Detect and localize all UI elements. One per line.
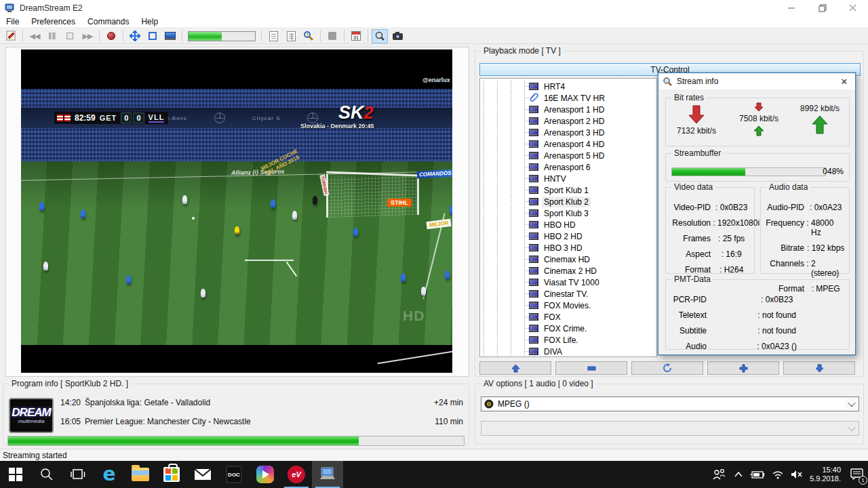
channel-row[interactable]: Arenasport 6 — [480, 161, 656, 173]
record-button[interactable] — [103, 29, 119, 43]
channel-name[interactable]: FOX Movies. — [542, 300, 593, 311]
details-list-button[interactable] — [283, 29, 299, 43]
channel-move-down-button[interactable] — [783, 361, 855, 375]
screenshot-button[interactable] — [389, 29, 406, 43]
channel-row[interactable]: Arenasport 2 HD — [480, 115, 656, 127]
channel-row[interactable]: Cinemax 2 HD — [480, 265, 656, 277]
wifi-icon[interactable] — [772, 470, 784, 479]
rewind-button[interactable]: ◀◀ — [26, 29, 43, 43]
battery-icon[interactable] — [750, 470, 765, 479]
start-button[interactable] — [0, 461, 31, 488]
channel-move-up-button[interactable] — [479, 361, 551, 375]
channel-row[interactable]: FOX Life. — [480, 334, 656, 346]
stream-info-window[interactable]: Stream info ✕ Bit rates 7132 kbit/s 7508… — [658, 73, 856, 355]
channel-name[interactable]: HBO HD — [542, 220, 578, 230]
channel-row[interactable]: FOX Crime. — [480, 323, 656, 334]
channel-row[interactable]: HBO 2 HD — [480, 230, 656, 242]
channel-row[interactable]: Cinestar TV. — [480, 288, 656, 300]
channel-name[interactable]: Arenasport 3 HD — [542, 127, 606, 138]
channel-row[interactable]: Arenasport 3 HD — [480, 127, 656, 138]
resize-frame-button[interactable] — [144, 29, 161, 43]
move-resize-button[interactable] — [127, 29, 143, 43]
channel-name[interactable]: Arenasport 5 HD — [542, 150, 606, 161]
file-explorer-icon[interactable] — [125, 461, 156, 488]
volume-muted-icon[interactable] — [791, 470, 803, 479]
channel-row[interactable]: Sport Klub 2 — [480, 196, 656, 207]
channel-name[interactable]: Sport Klub 2 — [542, 197, 591, 207]
stop-stream-button[interactable] — [324, 29, 340, 43]
playlist-button[interactable] — [265, 29, 281, 43]
minimize-button[interactable] — [776, 0, 807, 16]
chevron-up-icon[interactable] — [734, 471, 743, 478]
channel-name[interactable]: Cinemax HD — [542, 254, 592, 265]
channel-row[interactable]: Arenasport 5 HD — [480, 150, 656, 161]
channel-row[interactable]: Arenasport 4 HD — [480, 138, 656, 150]
expressvpn-icon[interactable]: eV — [281, 461, 312, 488]
channel-row[interactable]: HNTV — [480, 173, 656, 184]
stream-info-titlebar[interactable]: Stream info ✕ — [658, 73, 855, 89]
menu-item-help[interactable]: Help — [135, 16, 164, 28]
window-titlebar[interactable]: DreamStream E2 — [0, 0, 868, 16]
taskbar-search-icon[interactable] — [31, 461, 62, 488]
menu-item-preferences[interactable]: Preferences — [25, 16, 81, 28]
channel-remove-button[interactable] — [555, 361, 627, 375]
channel-row[interactable]: Cinemax HD — [480, 253, 656, 265]
channel-name[interactable]: HBO 3 HD — [542, 243, 585, 253]
channel-name[interactable]: HNTV — [542, 174, 568, 184]
dreamstream-taskbar-icon[interactable] — [312, 461, 343, 488]
channel-row[interactable]: DIVA — [480, 346, 656, 357]
dropdown-arrow[interactable] — [846, 398, 858, 410]
restore-button[interactable] — [807, 0, 837, 16]
channel-name[interactable]: 16E MAX TV HR — [542, 93, 607, 104]
mail-icon[interactable] — [187, 461, 218, 488]
channel-name[interactable]: Sport Klub 3 — [542, 208, 591, 219]
channel-name[interactable]: FOX — [542, 312, 563, 323]
channel-row[interactable]: Sport Klub 1 — [480, 184, 656, 196]
channel-tree[interactable]: HRT416E MAX TV HRArenasport 1 HDArenaspo… — [479, 78, 657, 357]
task-view-icon[interactable] — [62, 461, 94, 488]
channel-name[interactable]: Cinemax 2 HD — [542, 266, 599, 277]
channel-name[interactable]: Arenasport 4 HD — [542, 139, 606, 150]
channel-name[interactable]: DIVA — [542, 346, 564, 357]
media-app-icon[interactable] — [250, 461, 281, 488]
people-icon[interactable] — [712, 468, 727, 481]
channel-row[interactable]: Viasat TV 1000 — [480, 277, 656, 288]
channel-name[interactable]: FOX Life. — [542, 335, 580, 346]
microsoft-store-icon[interactable] — [156, 461, 187, 488]
channel-row[interactable]: Sport Klub 3 — [480, 207, 656, 219]
channel-row[interactable]: FOX Movies. — [480, 300, 656, 311]
channel-name[interactable]: Viasat TV 1000 — [542, 277, 601, 288]
fast-forward-button[interactable]: ▶▶ — [79, 29, 96, 43]
channel-name[interactable]: FOX Crime. — [542, 323, 589, 334]
channel-add-button[interactable] — [707, 361, 779, 375]
stream-info-toggle-button[interactable] — [372, 29, 388, 43]
search-service-button[interactable]: ? — [300, 29, 317, 43]
channel-row[interactable]: 16E MAX TV HR — [480, 92, 656, 104]
channel-name[interactable]: HRT4 — [542, 81, 567, 92]
channel-row[interactable]: HRT4 — [480, 81, 656, 92]
pause-button[interactable] — [44, 29, 60, 43]
action-center-icon[interactable]: 1 — [850, 468, 864, 482]
channel-refresh-button[interactable] — [631, 361, 703, 375]
channel-name[interactable]: Cinestar TV. — [542, 289, 590, 300]
channel-name[interactable]: Arenasport 2 HD — [542, 116, 606, 127]
channel-name[interactable]: HBO 2 HD — [542, 231, 585, 242]
menu-item-file[interactable]: File — [0, 16, 25, 28]
doc-app-icon[interactable]: DOC — [218, 461, 250, 488]
menu-item-commands[interactable]: Commands — [81, 16, 135, 28]
taskbar-clock[interactable]: 15:40 5.9.2018. — [810, 466, 841, 483]
channel-row[interactable]: FOX — [480, 311, 656, 323]
channel-row[interactable]: Arenasport 1 HD — [480, 104, 656, 115]
channel-name[interactable]: Arenasport 1 HD — [542, 104, 606, 115]
video-display[interactable]: Mercedes-Benz Citycar S @enarlux Allianz… — [21, 49, 452, 373]
channel-name[interactable]: Arenasport 6 — [542, 162, 593, 173]
stop-button[interactable] — [62, 29, 78, 43]
edit-log-button[interactable] — [3, 29, 19, 43]
audio-track-select[interactable]: MPEG () — [481, 396, 859, 411]
close-icon[interactable]: ✕ — [839, 76, 850, 87]
channel-row[interactable]: HBO HD — [480, 219, 656, 230]
channel-name[interactable]: Sport Klub 1 — [542, 185, 591, 196]
close-button[interactable] — [837, 0, 868, 16]
channel-row[interactable]: HBO 3 HD — [480, 242, 656, 253]
edge-icon[interactable]: e — [94, 461, 125, 488]
